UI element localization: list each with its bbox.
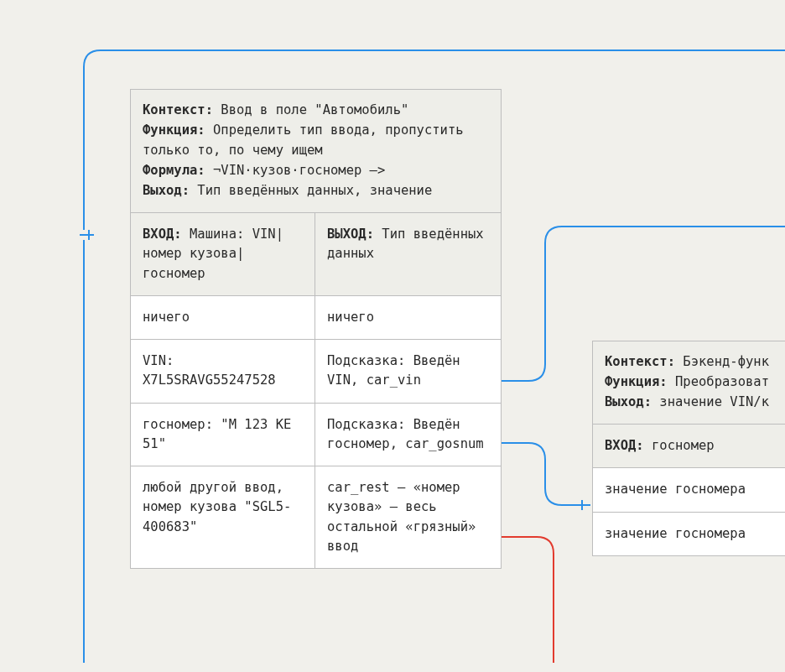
cell-in: ничего — [131, 296, 315, 339]
cell-in: госномер: "М 123 КЕ 51" — [131, 404, 315, 466]
col-output-header: ВЫХОД: Тип введённых данных — [315, 213, 501, 295]
cell-in: любой другой ввод, номер кузова "SGL5-40… — [131, 466, 315, 568]
node-input-parser[interactable]: Контекст: Ввод в поле "Автомобиль" Функц… — [130, 89, 502, 569]
table-row: госномер: "М 123 КЕ 51" Подсказка: Введё… — [131, 404, 501, 467]
label-function: Функция: — [143, 122, 205, 138]
label-output: Выход: — [143, 183, 190, 198]
label-function: Функция: — [605, 374, 668, 389]
cell-out: ничего — [315, 296, 501, 339]
table-row: VIN: X7L5SRAVG55247528 Подсказка: Введён… — [131, 340, 501, 404]
cell-value: значение госномера — [593, 513, 785, 555]
value-output: Тип введённых данных, значение — [190, 183, 432, 198]
node-header: Контекст: Ввод в поле "Автомобиль" Функц… — [131, 90, 501, 213]
col-input-label: ВХОД: — [605, 438, 644, 453]
col-input-header: ВХОД: Машина: VIN|номер кузова|госномер — [131, 213, 315, 295]
diagram-canvas: Контекст: Ввод в поле "Автомобиль" Функц… — [0, 0, 785, 672]
col-output-label: ВЫХОД: — [327, 227, 374, 242]
value-context: Бэкенд-функ — [675, 354, 769, 369]
label-output: Выход: — [605, 394, 652, 409]
col-input-header: ВХОД: госномер — [593, 425, 785, 467]
value-context: Ввод в поле "Автомобиль" — [213, 102, 408, 117]
cell-out: Подсказка: Введён VIN, car_vin — [315, 340, 501, 403]
cell-in: VIN: X7L5SRAVG55247528 — [131, 340, 315, 403]
value-function: Преобразоват — [668, 374, 769, 389]
col-input-value: госномер — [644, 438, 715, 453]
node-backend-function[interactable]: Контекст: Бэкенд-функ Функция: Преобразо… — [592, 341, 785, 556]
label-formula: Формула: — [143, 163, 205, 178]
label-context: Контекст: — [605, 354, 675, 369]
columns-header-row: ВХОД: госномер — [593, 425, 785, 468]
cell-out: Подсказка: Введён госномер, car_gosnum — [315, 404, 501, 466]
table-row: значение госномера — [593, 468, 785, 512]
label-context: Контекст: — [143, 102, 213, 117]
value-output: значение VIN/к — [652, 394, 769, 409]
node-header: Контекст: Бэкенд-функ Функция: Преобразо… — [593, 341, 785, 425]
cell-out: car_rest — «номер кузова» — весь остальн… — [315, 466, 501, 568]
table-row: ничего ничего — [131, 296, 501, 340]
columns-header-row: ВХОД: Машина: VIN|номер кузова|госномер … — [131, 213, 501, 296]
cell-value: значение госномера — [593, 468, 785, 511]
value-formula: ¬VIN·кузов·госномер —> — [205, 163, 386, 178]
table-row: любой другой ввод, номер кузова "SGL5-40… — [131, 466, 501, 568]
col-input-label: ВХОД: — [143, 227, 182, 242]
table-row: значение госномера — [593, 513, 785, 555]
